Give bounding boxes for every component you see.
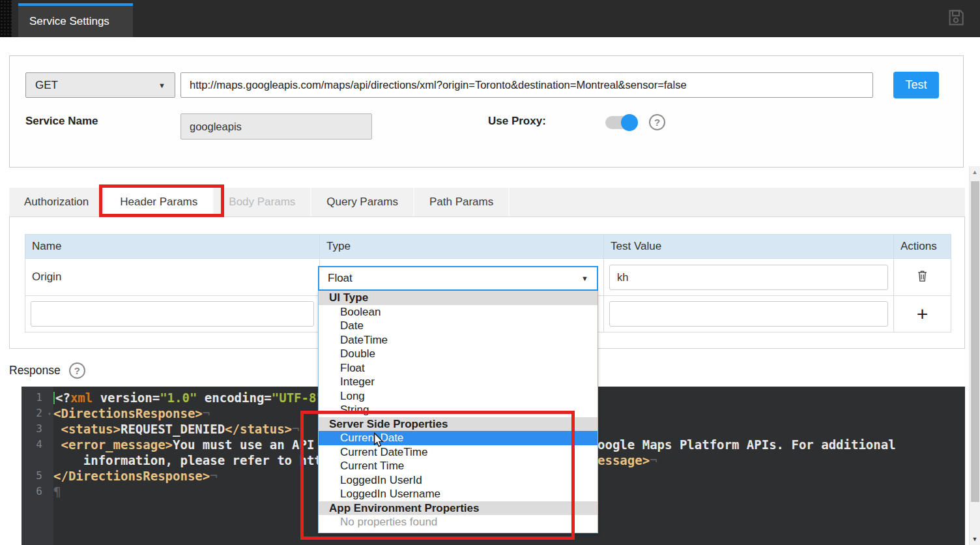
chevron-down-icon: ▼ [158, 81, 166, 89]
proxy-help-icon[interactable]: ? [649, 114, 665, 130]
col-header-test-value: Test Value [604, 235, 894, 259]
new-test-value-input[interactable] [609, 301, 888, 327]
tab-service-settings-label: Service Settings [29, 15, 109, 28]
new-param-name-input[interactable] [31, 301, 314, 327]
option-float[interactable]: Float [319, 361, 598, 376]
option-loggedin-username[interactable]: LoggedIn Username [319, 487, 598, 501]
test-value-input[interactable] [609, 265, 888, 290]
line-number: 6 [22, 484, 53, 499]
chevron-down-icon: ▼ [581, 274, 588, 282]
http-method-select[interactable]: GET ▼ [25, 72, 175, 98]
tab-authorization[interactable]: Authorization [9, 188, 105, 216]
col-header-actions: Actions [894, 235, 951, 259]
option-current-time[interactable]: Current Time [319, 459, 598, 473]
request-config-panel: GET ▼ Test Service Name Use Proxy: ? [9, 55, 964, 168]
type-option-list: UI Type Boolean Date DateTime Double Flo… [318, 291, 598, 533]
toggle-knob [621, 114, 638, 131]
scroll-down-icon[interactable]: ▼ [970, 535, 980, 545]
col-header-type: Type [320, 235, 604, 259]
code-text: </DirectionsResponse>¬ [53, 468, 218, 484]
use-proxy-toggle[interactable] [605, 114, 638, 131]
type-select[interactable]: Float ▼ [318, 266, 598, 291]
response-label: Response [9, 364, 61, 377]
line-number: 4 [22, 437, 53, 452]
option-boolean[interactable]: Boolean [319, 305, 598, 319]
response-header: Response ? [9, 362, 85, 379]
tab-path-params[interactable]: Path Params [414, 188, 510, 216]
option-long[interactable]: Long [319, 389, 598, 404]
option-date[interactable]: Date [319, 319, 598, 333]
line-number: 3 [22, 421, 53, 437]
vertical-scrollbar[interactable]: ▲ ▼ [969, 166, 980, 545]
option-current-datetime[interactable]: Current DateTime [319, 445, 598, 460]
tab-body-params: Body Params [214, 188, 311, 216]
option-group-ui-type: UI Type [319, 291, 598, 305]
line-number: 1 [22, 390, 53, 405]
option-no-properties: No properties found [319, 515, 598, 529]
option-current-date[interactable]: Current Date [319, 431, 598, 445]
param-tabs-bar: Authorization Header Params Body Params … [9, 188, 965, 217]
save-button[interactable] [945, 8, 966, 29]
type-select-value: Float [328, 272, 353, 285]
line-number: 5 [22, 468, 53, 484]
top-bar: Service Settings [0, 0, 980, 37]
service-name-input[interactable] [180, 113, 372, 140]
option-double[interactable]: Double [319, 347, 598, 361]
code-text: <?xml version="1.0" encoding="UTF-8"?> [53, 390, 339, 405]
param-name-value: Origin [25, 271, 61, 283]
response-help-icon[interactable]: ? [69, 362, 85, 379]
service-url-input[interactable] [180, 72, 873, 98]
tab-header-params[interactable]: Header Params [105, 188, 214, 217]
fold-icon[interactable]: ▾ [48, 406, 51, 422]
text-caret [53, 392, 55, 404]
add-param-icon[interactable]: + [917, 304, 929, 324]
type-dropdown: Float ▼ UI Type Boolean Date DateTime Do… [318, 266, 598, 533]
col-header-name: Name [25, 235, 320, 259]
code-text: ¶ [53, 484, 61, 499]
option-loggedin-userid[interactable]: LoggedIn UserId [319, 473, 598, 488]
code-text: <DirectionsResponse>¬ [53, 405, 210, 421]
option-string[interactable]: String [319, 403, 598, 417]
save-icon [946, 8, 966, 30]
option-group-server-side: Server Side Properties [319, 417, 598, 432]
tab-query-params[interactable]: Query Params [311, 188, 414, 216]
scroll-up-icon[interactable]: ▲ [970, 166, 980, 178]
line-number [22, 452, 53, 468]
line-number: 2▾ [22, 405, 53, 421]
http-method-value: GET [35, 79, 58, 92]
option-group-app-env: App Environment Properties [319, 501, 598, 516]
option-datetime[interactable]: DateTime [319, 333, 598, 347]
window-edge-texture [0, 0, 12, 37]
trash-icon [917, 272, 928, 285]
service-name-label: Service Name [25, 115, 98, 128]
option-integer[interactable]: Integer [319, 375, 598, 389]
tab-service-settings[interactable]: Service Settings [18, 3, 133, 37]
scrollbar-thumb[interactable] [971, 181, 979, 502]
code-text: <status>REQUEST_DENIED</status>¬ [53, 421, 300, 437]
table-header-row: Name Type Test Value Actions [25, 235, 951, 259]
delete-param-button[interactable] [894, 259, 951, 296]
test-button[interactable]: Test [893, 72, 939, 98]
use-proxy-label: Use Proxy: [488, 115, 546, 128]
